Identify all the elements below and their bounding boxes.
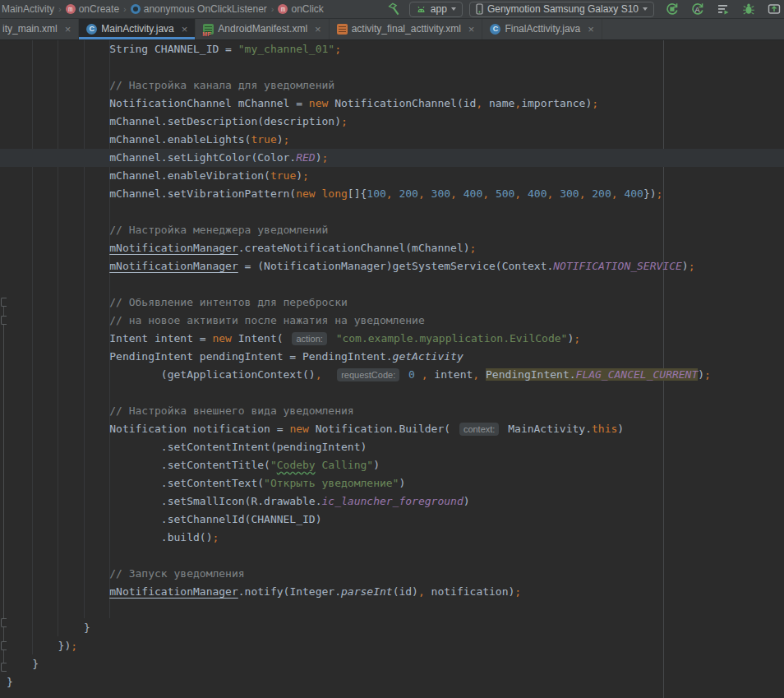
code-line[interactable]: Intent intent = new Intent( action: "com…	[7, 330, 784, 348]
attach-debugger-button[interactable]	[715, 1, 731, 17]
code-token: ;	[704, 368, 711, 381]
code-line[interactable]: .setContentIntent(pendingIntent)	[7, 438, 784, 456]
apply-code-changes-button[interactable]: A	[689, 1, 706, 17]
code-line[interactable]: .build();	[7, 529, 784, 547]
code-token: )	[399, 477, 405, 489]
tab-close-icon[interactable]: ×	[315, 24, 321, 35]
code-line[interactable]: mChannel.setDescription(description);	[7, 113, 784, 131]
attach-debugger-icon	[717, 2, 730, 16]
code-line[interactable]: // на новое активити после нажатия на ув…	[7, 312, 784, 330]
code-token: parseInt	[341, 585, 393, 598]
code-line[interactable]: .setContentText("Открыть уведомление")	[7, 474, 784, 492]
breadcrumb-item[interactable]: monCreate	[66, 3, 119, 15]
code-line[interactable]	[7, 547, 784, 565]
code-line[interactable]	[7, 601, 784, 619]
tab-close-icon[interactable]: ×	[65, 24, 71, 35]
code-token: Notification notification =	[7, 423, 289, 435]
code-line[interactable]	[7, 58, 784, 76]
code-line[interactable]: // Обьявление интентов для переброски	[7, 294, 784, 312]
apply-changes-button[interactable]	[664, 1, 680, 17]
code-token	[7, 585, 109, 598]
fold-marker[interactable]	[1, 641, 7, 650]
manifest-file-icon: MF	[203, 24, 214, 35]
code-token: ,	[450, 187, 463, 200]
code-token: .setContentText(	[7, 477, 264, 489]
breadcrumb-item[interactable]: monClick	[278, 3, 323, 15]
code-line[interactable]: mNotificationManager = (NotificationMana…	[7, 257, 784, 275]
bug-icon	[742, 2, 755, 16]
tab-close-icon[interactable]: ×	[182, 24, 188, 35]
fold-marker[interactable]	[1, 663, 7, 672]
code-line[interactable]: String CHANNEL_ID = "my_channel_01";	[7, 40, 784, 58]
code-line[interactable]: .setChannelId(CHANNEL_ID)	[7, 511, 784, 529]
code-token: Calling"	[316, 459, 373, 471]
apply-changes-icon	[666, 2, 679, 16]
code-line[interactable]: .setContentTitle("Codeby Calling")	[7, 456, 784, 474]
code-token: })	[643, 187, 657, 200]
code-token	[330, 332, 336, 344]
code-line[interactable]: // Настройка внешнего вида уведомления	[7, 402, 784, 420]
breadcrumb-separator-icon: ›	[271, 4, 274, 14]
debug-button[interactable]	[740, 1, 757, 17]
code-token: 100	[367, 187, 385, 200]
tab-close-icon[interactable]: ×	[588, 24, 594, 35]
tab-MainActivity.java[interactable]: CMainActivity.java×	[79, 18, 196, 39]
code-area[interactable]: String CHANNEL_ID = "my_channel_01"; // …	[7, 40, 784, 691]
code-token: action:	[292, 332, 326, 345]
code-line[interactable]: }	[7, 673, 784, 691]
code-token: "com.example.myapplication.EvilCode"	[336, 332, 568, 344]
tab-ity_main.xml[interactable]: ity_main.xml×	[0, 18, 79, 39]
code-line[interactable]: mChannel.enableLights(true);	[7, 131, 784, 149]
code-token: 300	[431, 187, 450, 200]
device-selector[interactable]: Genymotion Samsung Galaxy S10	[469, 2, 654, 17]
code-line[interactable]: .setSmallIcon(R.drawable.ic_launcher_for…	[7, 492, 784, 511]
profiler-icon	[768, 2, 781, 16]
code-line[interactable]	[7, 384, 784, 402]
code-token: mChannel.setVibrationPattern(	[7, 187, 296, 200]
code-line[interactable]: mNotificationManager.createNotificationC…	[7, 239, 784, 257]
code-line[interactable]: mChannel.enableVibration(true);	[7, 167, 784, 185]
tab-FinalActtivity.java[interactable]: CFinalActtivity.java×	[482, 18, 602, 39]
tab-close-icon[interactable]: ×	[468, 24, 475, 35]
code-line[interactable]: }	[7, 655, 784, 673]
code-line[interactable]: // Настройка менеджера уведомлений	[7, 221, 784, 239]
code-line[interactable]: // Настройка канала для уведомлений	[7, 76, 784, 95]
code-line[interactable]: PendingIntent pendingIntent = PendingInt…	[7, 348, 784, 366]
run-config-label: app	[431, 3, 447, 15]
chevron-down-icon	[643, 7, 648, 11]
breadcrumb-item[interactable]: anonymous OnClickListener	[131, 3, 267, 15]
code-line[interactable]	[7, 203, 784, 221]
code-token: PendingIntent pendingIntent = PendingInt…	[7, 350, 393, 363]
fold-marker[interactable]	[1, 298, 7, 307]
code-token: 0	[408, 368, 415, 381]
fold-marker[interactable]	[1, 618, 7, 627]
breadcrumb-item[interactable]: MainActivity	[2, 3, 54, 15]
code-line[interactable]	[7, 275, 784, 294]
code-line[interactable]: mChannel.setVibrationPattern(new long[]{…	[7, 185, 784, 203]
fold-marker[interactable]	[1, 316, 7, 325]
java-class-icon: C	[86, 24, 97, 35]
profiler-button[interactable]	[766, 1, 782, 17]
code-line[interactable]: // Запуск уведомления	[7, 565, 784, 583]
code-line[interactable]: NotificationChannel mChannel = new Notif…	[7, 95, 784, 113]
code-line[interactable]: mChannel.setLightColor(Color.RED);	[0, 149, 784, 167]
code-token: MainActivity.	[501, 423, 592, 435]
code-token: NotificationChannel mChannel =	[7, 97, 309, 109]
tab-activity_final_acttivity.xml[interactable]: activity_final_acttivity.xml×	[330, 18, 483, 39]
code-token: ;	[470, 242, 477, 254]
code-token: String CHANNEL_ID =	[7, 43, 238, 55]
code-line[interactable]: }	[7, 619, 784, 637]
code-line[interactable]: Notification notification = new Notifica…	[7, 420, 784, 438]
phone-icon	[476, 3, 483, 15]
code-line[interactable]: mNotificationManager.notify(Integer.pars…	[7, 583, 784, 601]
code-token: .createNotificationChannel(mChannel)	[238, 242, 470, 254]
code-line[interactable]: });	[7, 637, 784, 655]
code-line[interactable]: (getApplicationContext(), requestCode: 0…	[7, 366, 784, 384]
code-token: // Настройка менеджера уведомлений	[7, 224, 328, 236]
build-hammer-button[interactable]	[386, 1, 403, 17]
breadcrumb-label: onClick	[291, 3, 323, 15]
tab-AndroidManifest.xml[interactable]: MFAndroidManifest.xml×	[196, 18, 329, 39]
run-config-selector[interactable]: app	[409, 2, 463, 17]
toolbar-right-controls: app Genymotion Samsung Galaxy S10	[386, 1, 784, 17]
code-token: .setContentTitle(	[7, 459, 270, 471]
